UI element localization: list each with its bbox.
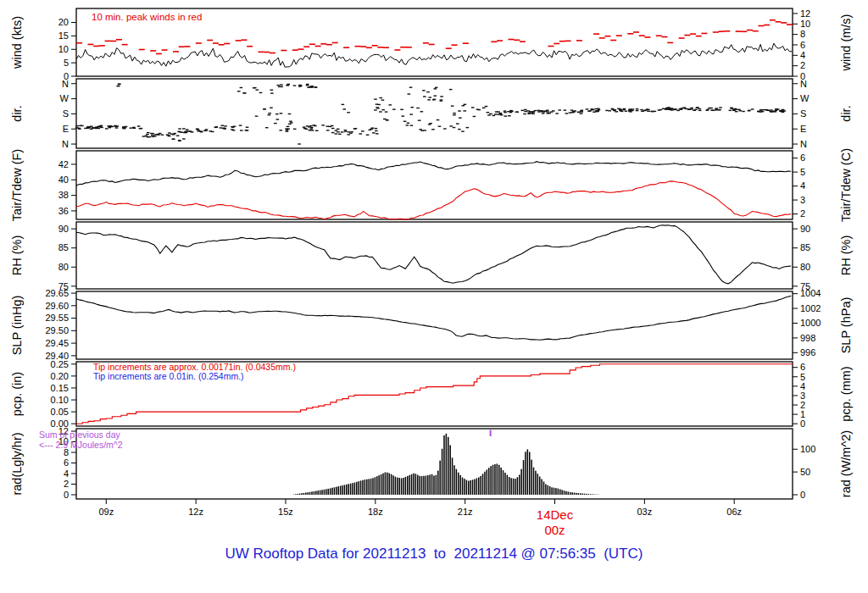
tick-label: 3 [800, 195, 805, 205]
dir-point [419, 129, 422, 130]
dir-point [142, 136, 146, 136]
chart-title: UW Rooftop Data for 20211213 to 20211214… [0, 546, 868, 563]
series-slp [76, 296, 791, 340]
axis-label-left: pcp. (in) [10, 372, 24, 416]
tick-label: 2 [64, 479, 69, 489]
tick-label: 15 [58, 30, 69, 41]
dir-point [403, 121, 407, 122]
dir-point [465, 127, 469, 128]
dir-point [385, 111, 388, 112]
x-tick-label: 18z [368, 507, 383, 517]
dir-point [426, 91, 430, 92]
annotation: <--- 2.9 MJoules/m^2 [39, 440, 123, 450]
dir-point [523, 114, 526, 114]
series-tair [76, 162, 791, 186]
rad-bar [437, 471, 439, 495]
dir-point [376, 103, 379, 104]
dir-point [184, 132, 187, 133]
tick-label: 29.60 [45, 301, 69, 311]
dir-point [75, 125, 79, 126]
dir-point [636, 110, 639, 111]
dir-point [255, 89, 259, 90]
tick-label: 10 [58, 44, 69, 54]
dir-point [311, 130, 314, 130]
dir-point [374, 98, 377, 99]
rad-bar [309, 492, 311, 495]
tick-label: 998 [800, 333, 815, 343]
dir-point [306, 85, 309, 86]
dir-point [640, 109, 643, 110]
tick-label: W [800, 93, 810, 103]
rad-bar [592, 494, 593, 495]
rad-bar [356, 482, 358, 495]
dir-point [286, 130, 289, 130]
dir-point [309, 125, 313, 126]
rad-bar [456, 469, 458, 495]
dir-point [293, 129, 297, 130]
dir-point [670, 108, 673, 108]
dir-point [309, 128, 313, 129]
dir-point [290, 122, 293, 123]
rad-bar [411, 474, 413, 495]
tick-label: W [60, 93, 70, 103]
tick-label: 2 [800, 208, 805, 219]
dir-point [615, 111, 618, 112]
rad-bar [578, 493, 580, 495]
rad-bar [565, 491, 567, 495]
dir-point [487, 112, 490, 113]
dir-point [780, 110, 783, 111]
rad-bar [305, 493, 307, 495]
tick-label: S [63, 108, 69, 119]
rad-bar [551, 487, 553, 495]
rad-bar [423, 476, 425, 495]
dir-point [311, 86, 314, 87]
dir-point [401, 115, 404, 116]
dir-point [199, 130, 203, 131]
rad-bar [403, 478, 404, 495]
dir-point [537, 110, 540, 111]
dir-point [416, 108, 420, 108]
dir-point [696, 107, 699, 108]
dir-point [647, 109, 650, 110]
dir-point [315, 130, 319, 131]
rad-bar [497, 463, 498, 495]
dir-point [140, 128, 143, 129]
tick-label: 29.55 [45, 313, 69, 323]
axis-label-left: wind (kts) [10, 16, 24, 69]
rad-bar [488, 468, 490, 495]
dir-point [196, 129, 199, 130]
dir-point [620, 111, 624, 112]
dir-point [666, 108, 670, 108]
rad-bar [472, 479, 474, 495]
dir-point [161, 134, 164, 135]
tick-label: 0.10 [51, 395, 69, 405]
dir-point [427, 99, 431, 100]
x-tick-label: 00z [544, 523, 565, 537]
dir-point [709, 108, 713, 108]
axis-label-right: rad (W/m^2) [839, 430, 853, 497]
dir-point [473, 116, 476, 117]
dir-point [571, 112, 575, 113]
x-tick-label: 09z [98, 507, 114, 517]
rad-bar [346, 485, 348, 495]
dir-point [737, 109, 741, 110]
rad-bar [531, 460, 532, 495]
rad-bar [370, 479, 372, 495]
dir-point [222, 128, 225, 129]
rad-bar [426, 476, 427, 495]
dir-point [487, 114, 491, 115]
dir-point [406, 125, 409, 125]
axis-label-left: RH (%) [10, 236, 24, 276]
dir-point [594, 108, 598, 109]
dir-point [524, 109, 527, 110]
dir-point [237, 91, 241, 91]
dir-point [636, 108, 639, 109]
rad-bar [442, 449, 443, 495]
rad-bar [500, 468, 502, 495]
dir-point [287, 128, 290, 129]
dir-point [157, 134, 160, 135]
rad-bar [537, 474, 539, 495]
axis-label-right: RH (%) [839, 236, 853, 276]
rad-bar [429, 474, 431, 495]
rad-bar [354, 483, 356, 495]
